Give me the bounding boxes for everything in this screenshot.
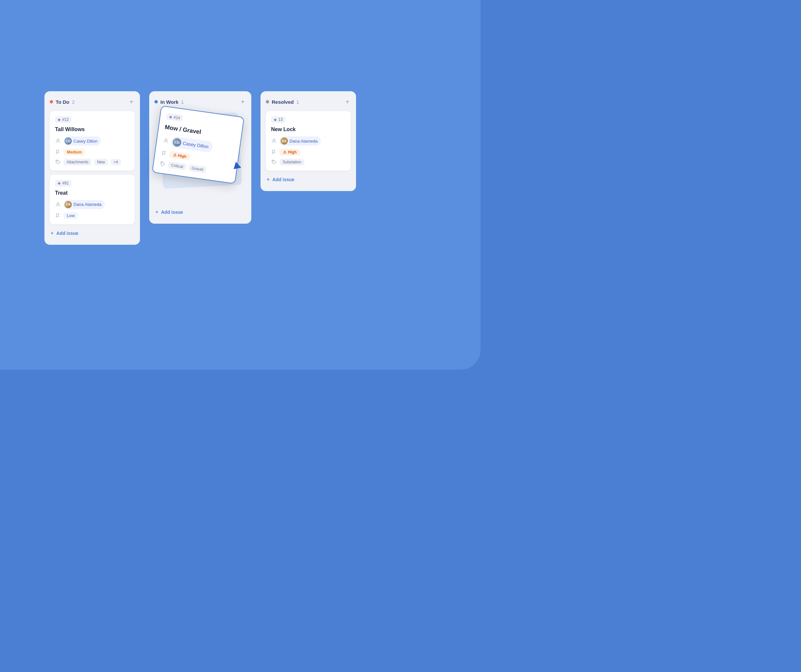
assignee-chip-casey-mow[interactable]: CD Casey Dillon xyxy=(170,136,213,153)
column-todo-header: To Do 2 + xyxy=(50,98,135,106)
priority-badge-high-mow: ⚠ High xyxy=(169,151,190,161)
card-tall-willows[interactable]: ◈ #12 Tall Willows CD Casey Dillon xyxy=(50,111,135,170)
avatar-casey-mow: CD xyxy=(172,138,182,147)
card-id-badge-12: ◈ #12 xyxy=(55,116,71,123)
column-todo: To Do 2 + ◈ #12 Tall Willows xyxy=(45,91,140,245)
svg-point-6 xyxy=(273,161,273,161)
tag-gravel: Gravel xyxy=(188,164,206,173)
column-resolved-header: Resolved 1 + xyxy=(266,98,351,106)
flag-icon-treat xyxy=(55,213,61,219)
card-dragging-mow-gravel[interactable]: ◈ #24 Mow / Gravel CD Casey Dillon xyxy=(152,105,244,184)
card-tall-willows-priority-row: Medium xyxy=(55,149,129,156)
plus-icon-todo: ＋ xyxy=(50,230,54,236)
tag-icon-mow xyxy=(159,161,166,167)
card-new-lock-tags-row: Substation xyxy=(271,159,346,166)
svg-point-5 xyxy=(273,139,275,141)
column-todo-title: To Do xyxy=(56,99,69,105)
svg-point-4 xyxy=(161,163,162,163)
status-dot-todo xyxy=(50,100,53,103)
card-treat[interactable]: ◈ #81 Treat DA Dana Alameda xyxy=(50,175,135,224)
column-inwork-title: In Work xyxy=(161,99,179,105)
plus-icon-resolved: ＋ xyxy=(266,177,270,183)
tag-icon xyxy=(55,159,61,165)
add-issue-button-inwork[interactable]: ＋ Add issue xyxy=(154,207,246,217)
column-inwork-count: 1 xyxy=(181,99,184,105)
tag-icon-newlock xyxy=(271,159,277,165)
person-icon xyxy=(55,138,61,144)
card-treat-priority-row: Low xyxy=(55,212,129,219)
add-card-button-resolved[interactable]: + xyxy=(344,98,351,106)
svg-point-0 xyxy=(57,139,59,141)
add-issue-button-resolved[interactable]: ＋ Add issue xyxy=(266,175,351,185)
card-new-lock-priority-row: ⚠ High xyxy=(271,149,346,156)
assignee-chip-dana-newlock[interactable]: DA Dana Alameda xyxy=(280,137,321,146)
status-dot-inwork xyxy=(154,100,158,103)
assignee-chip-dana-treat[interactable]: DA Dana Alameda xyxy=(64,200,105,209)
status-dot-resolved xyxy=(266,100,269,103)
card-tall-willows-tags-row: Attachments New +4 xyxy=(55,159,129,166)
tag-more: +4 xyxy=(111,159,121,166)
card-tall-willows-assignee-row: CD Casey Dillon xyxy=(55,137,129,146)
tag-critical: Critical xyxy=(168,162,187,170)
card-id-badge-81: ◈ #81 xyxy=(55,180,71,186)
flag-icon xyxy=(55,149,61,155)
card-treat-title: Treat xyxy=(55,190,129,197)
diamond-icon-13: ◈ xyxy=(274,117,277,122)
person-icon-newlock xyxy=(271,138,277,144)
diamond-icon: ◈ xyxy=(58,117,61,122)
flag-icon-mow xyxy=(161,150,167,157)
diamond-icon-24: ◈ xyxy=(169,114,172,119)
card-new-lock[interactable]: ◈ 13 New Lock DA Dana Alameda xyxy=(266,111,351,170)
priority-badge-medium: Medium xyxy=(64,149,85,156)
card-id-badge-24: ◈ #24 xyxy=(166,113,183,122)
person-icon-mow xyxy=(163,138,169,144)
person-icon-treat xyxy=(55,202,61,207)
column-inwork: In Work 1 + ◈ #24 Mow / Gravel xyxy=(149,91,251,223)
card-treat-assignee-row: DA Dana Alameda xyxy=(55,200,129,209)
avatar-dana-treat: DA xyxy=(64,201,72,208)
card-id-badge-13: ◈ 13 xyxy=(271,116,285,123)
warning-triangle-icon-newlock: ⚠ xyxy=(283,150,286,154)
column-resolved: Resolved 1 + ◈ 13 New Lock xyxy=(261,91,356,191)
card-new-lock-title: New Lock xyxy=(271,126,346,133)
card-tall-willows-title: Tall Willows xyxy=(55,126,129,133)
tag-attachments: Attachments xyxy=(64,159,92,166)
column-inwork-header: In Work 1 + xyxy=(154,98,246,106)
add-issue-button-todo[interactable]: ＋ Add issue xyxy=(50,228,135,238)
plus-icon-inwork: ＋ xyxy=(154,209,159,215)
add-card-button-inwork[interactable]: + xyxy=(240,98,246,106)
tag-substation: Substation xyxy=(280,159,304,166)
kanban-board: To Do 2 + ◈ #12 Tall Willows xyxy=(45,91,356,245)
add-card-button-todo[interactable]: + xyxy=(128,98,135,106)
svg-point-1 xyxy=(57,161,57,161)
diamond-icon-81: ◈ xyxy=(58,181,61,185)
card-new-lock-assignee-row: DA Dana Alameda xyxy=(271,137,346,146)
warning-triangle-icon: ⚠ xyxy=(172,153,177,158)
column-resolved-title: Resolved xyxy=(272,99,294,105)
tag-new: New xyxy=(94,159,108,166)
column-todo-count: 2 xyxy=(72,99,74,105)
svg-point-3 xyxy=(165,139,167,141)
priority-badge-low: Low xyxy=(64,212,78,219)
drag-wrapper: ◈ #24 Mow / Gravel CD Casey Dillon xyxy=(154,111,246,203)
avatar-dana-newlock: DA xyxy=(281,137,288,145)
avatar-casey: CD xyxy=(64,137,72,145)
svg-point-2 xyxy=(57,203,59,204)
column-resolved-count: 1 xyxy=(296,99,299,105)
priority-badge-high-newlock: ⚠ High xyxy=(280,149,300,156)
flag-icon-newlock xyxy=(271,149,277,155)
assignee-chip-casey[interactable]: CD Casey Dillon xyxy=(64,137,101,146)
